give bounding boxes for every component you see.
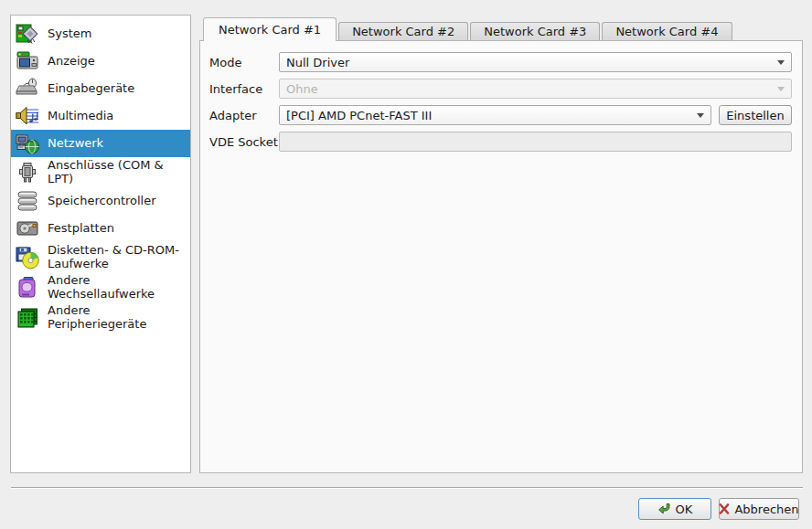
- sidebar-item-label: System: [48, 27, 91, 41]
- vde-socket-row: VDE Socket: [209, 132, 792, 152]
- interface-label: Interface: [209, 82, 279, 96]
- cancel-label: Abbrechen: [734, 503, 798, 516]
- ok-label: OK: [676, 503, 693, 516]
- mode-value: Null Driver: [286, 56, 349, 69]
- cancel-button[interactable]: Abbrechen: [719, 498, 799, 520]
- network-card-tabbar: Network Card #1 Network Card #2 Network …: [203, 17, 734, 41]
- ports-icon: [16, 161, 39, 185]
- sidebar-item-festplatten[interactable]: Festplatten: [11, 215, 190, 242]
- network-icon: [16, 132, 39, 155]
- tab-label: Network Card #2: [352, 25, 454, 38]
- tab-label: Network Card #4: [615, 25, 718, 38]
- sidebar-item-disketten-cdrom[interactable]: Disketten- & CD-ROM-Laufwerke: [11, 242, 190, 272]
- adapter-label: Adapter: [209, 109, 279, 122]
- removable-drive-icon: [16, 276, 39, 300]
- adapter-settings-label: Einstellen: [726, 109, 784, 122]
- storage-controller-icon: [16, 189, 39, 213]
- interface-select: Ohne: [279, 79, 792, 99]
- tab-network-card-3[interactable]: Network Card #3: [470, 22, 600, 40]
- cancel-x-icon: [719, 503, 730, 514]
- settings-category-list: System Anzeige: [10, 15, 191, 473]
- tab-network-card-1[interactable]: Network Card #1: [203, 17, 337, 41]
- sidebar-item-multimedia[interactable]: Multimedia: [11, 102, 190, 130]
- vde-socket-label: VDE Socket: [209, 135, 279, 149]
- multimedia-icon: [16, 104, 39, 128]
- sidebar-item-label: Eingabegeräte: [48, 82, 134, 96]
- ok-arrow-icon: [657, 503, 671, 515]
- adapter-select[interactable]: [PCI] AMD PCnet-FAST III: [279, 105, 711, 125]
- sidebar-item-speichercontroller[interactable]: Speichercontroller: [11, 187, 190, 215]
- display-icon: [16, 49, 39, 73]
- ok-button[interactable]: OK: [638, 498, 711, 520]
- sidebar-item-label: Disketten- & CD-ROM-Laufwerke: [48, 244, 188, 270]
- sidebar-item-label: Speichercontroller: [48, 195, 156, 208]
- floppy-cdrom-icon: [16, 246, 39, 270]
- sidebar-item-label: Anschlüsse (COM & LPT): [48, 159, 188, 185]
- system-icon: [16, 22, 39, 46]
- sidebar-item-label: Netzwerk: [48, 137, 103, 151]
- sidebar-item-label: Andere Wechsellaufwerke: [48, 274, 188, 301]
- sidebar-item-netzwerk[interactable]: Netzwerk: [11, 130, 190, 157]
- tab-network-card-2[interactable]: Network Card #2: [338, 22, 468, 40]
- adapter-value: [PCI] AMD PCnet-FAST III: [286, 109, 432, 122]
- network-card-panel: Mode Null Driver Interface Ohne Adapter …: [199, 40, 803, 473]
- chevron-down-icon: [777, 87, 785, 91]
- mode-select[interactable]: Null Driver: [279, 52, 792, 72]
- footer-separator: [11, 487, 803, 489]
- adapter-row: Adapter [PCI] AMD PCnet-FAST III Einstel…: [209, 105, 792, 125]
- hard-disk-icon: [16, 217, 39, 240]
- sidebar-item-label: Andere Peripheriegeräte: [48, 304, 188, 331]
- mode-row: Mode Null Driver: [209, 52, 792, 72]
- interface-value: Ohne: [286, 82, 318, 96]
- sidebar-item-system[interactable]: System: [11, 20, 190, 48]
- peripherals-icon: [16, 306, 39, 330]
- sidebar-item-wechsellaufwerke[interactable]: Andere Wechsellaufwerke: [11, 272, 190, 302]
- chevron-down-icon: [697, 113, 704, 118]
- interface-row: Interface Ohne: [209, 79, 792, 99]
- tab-label: Network Card #3: [484, 25, 586, 38]
- tab-network-card-4[interactable]: Network Card #4: [602, 22, 732, 40]
- sidebar-item-label: Festplatten: [48, 222, 114, 236]
- sidebar-item-peripheriegeraete[interactable]: Andere Peripheriegeräte: [11, 302, 190, 333]
- sidebar-item-eingabegeraete[interactable]: Eingabegeräte: [11, 75, 190, 102]
- vde-socket-input: [279, 132, 792, 152]
- mode-label: Mode: [209, 56, 279, 69]
- sidebar-item-anzeige[interactable]: Anzeige: [11, 48, 190, 75]
- input-devices-icon: [16, 77, 39, 101]
- chevron-down-icon: [777, 60, 785, 65]
- adapter-settings-button[interactable]: Einstellen: [719, 105, 792, 125]
- tab-label: Network Card #1: [219, 23, 321, 37]
- sidebar-item-anschluesse[interactable]: Anschlüsse (COM & LPT): [11, 157, 190, 187]
- sidebar-item-label: Anzeige: [48, 55, 95, 69]
- sidebar-item-label: Multimedia: [48, 110, 113, 123]
